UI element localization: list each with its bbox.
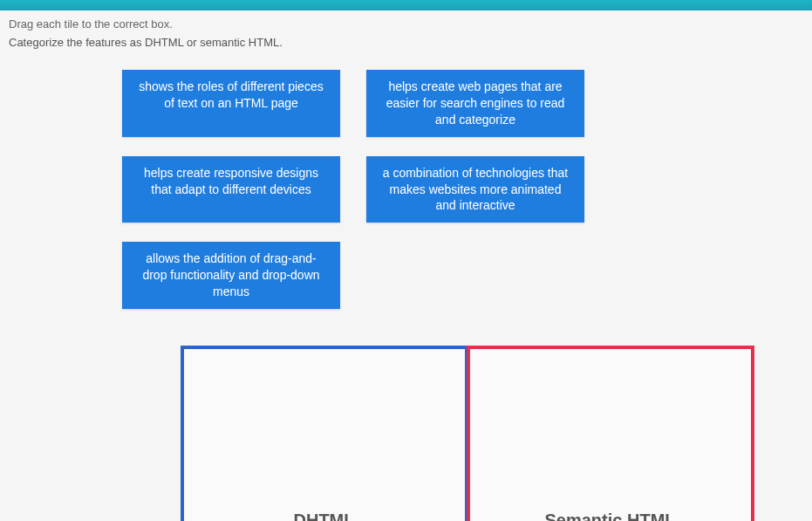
tile-animated-interactive[interactable]: a combination of technologies that makes…	[366, 156, 584, 223]
drop-zone-semantic[interactable]: Semantic HTML	[467, 346, 754, 521]
instruction-line-1: Drag each tile to the correct box.	[9, 17, 803, 31]
tiles-area: shows the roles of different pieces of t…	[0, 52, 812, 337]
tile-responsive-designs[interactable]: helps create responsive designs that ada…	[122, 156, 340, 223]
tile-row: shows the roles of different pieces of t…	[122, 70, 777, 137]
drop-zone-semantic-label: Semantic HTML	[544, 511, 675, 521]
drop-zone-dhtml[interactable]: DHTML	[181, 346, 468, 521]
tile-search-engines[interactable]: helps create web pages that are easier f…	[366, 70, 584, 137]
tile-row: helps create responsive designs that ada…	[122, 156, 777, 223]
drop-zone-dhtml-label: DHTML	[294, 511, 355, 521]
tile-drag-and-drop[interactable]: allows the addition of drag-and-drop fun…	[122, 242, 340, 309]
header-bar	[0, 0, 812, 10]
drop-zones: DHTML Semantic HTML	[0, 346, 812, 521]
tile-row: allows the addition of drag-and-drop fun…	[122, 242, 777, 309]
instructions: Drag each tile to the correct box. Categ…	[0, 10, 812, 52]
tile-roles-of-text[interactable]: shows the roles of different pieces of t…	[122, 70, 340, 137]
instruction-line-2: Categorize the features as DHTML or sema…	[9, 36, 803, 49]
